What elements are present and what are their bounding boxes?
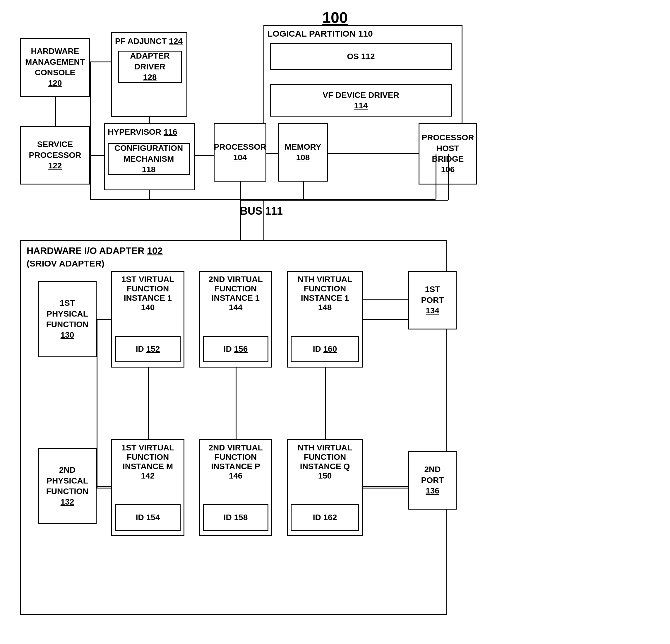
service-processor-label: SERVICEPROCESSOR [29, 139, 81, 160]
vf-1st-instM-box: 1ST VIRTUALFUNCTIONINSTANCE M142 ID 154 [111, 439, 184, 536]
processor-box: PROCESSOR 104 [214, 123, 266, 182]
adapter-driver-label: ADAPTERDRIVER [130, 51, 170, 72]
vf-nth-id160-label: ID 160 [313, 344, 337, 354]
service-processor-ref: 122 [48, 160, 62, 171]
vf-1st-id154-box: ID 154 [115, 504, 180, 531]
vf2-col-connector [236, 368, 237, 439]
hypervisor-box: HYPERVISOR 116 CONFIGURATIONMECHANISM 11… [104, 123, 195, 190]
phys-func-2-label: 2NDPHYSICALFUNCTION [46, 465, 89, 497]
config-mechanism-label: CONFIGURATIONMECHANISM [115, 143, 183, 164]
phys-func-2-ref: 132 [61, 497, 74, 507]
vf-nth-instQ-label: NTH VIRTUALFUNCTIONINSTANCE Q150 [291, 443, 359, 481]
line-hyp-proc-h [195, 155, 214, 156]
phys-func-1-label: 1STPHYSICALFUNCTION [46, 298, 89, 330]
port-1st-ref: 134 [426, 305, 439, 316]
vf-2nd-id156-label: ID 156 [224, 344, 248, 354]
port-2nd-label: 2NDPORT [421, 464, 444, 486]
os-box: OS 112 [270, 43, 452, 70]
vf-device-driver-ref: 114 [354, 101, 368, 111]
vf-2nd-instP-box: 2ND VIRTUALFUNCTIONINSTANCE P146 ID 158 [199, 439, 272, 536]
connector-pf-hyp [149, 117, 150, 123]
hw-io-adapter-sublabel: (SRIOV ADAPTER) [27, 259, 105, 268]
vf-2nd-id158-label: ID 158 [224, 512, 248, 523]
hw-management-label: HARDWAREMANAGEMENTCONSOLE [25, 46, 85, 78]
vf1-col-connector [148, 368, 149, 439]
hw-management-ref: 120 [48, 78, 62, 89]
vf-nth-id162-label: ID 162 [313, 512, 337, 523]
vfn-col-connector [325, 368, 326, 439]
connector-nth-port1 [363, 319, 408, 320]
vf-nth-instQ-box: NTH VIRTUALFUNCTIONINSTANCE Q150 ID 162 [287, 439, 363, 536]
vf-1st-inst1-box: 1ST VIRTUALFUNCTIONINSTANCE 1140 ID 152 [111, 271, 184, 368]
connector-hmc-right [90, 62, 111, 62]
vf-2nd-id158-box: ID 158 [203, 504, 268, 531]
vf-2nd-id156-box: ID 156 [203, 336, 268, 362]
vf-device-driver-label: VF DEVICE DRIVER [323, 90, 399, 101]
config-mechanism-ref: 118 [142, 164, 156, 175]
vf-2nd-instP-label: 2ND VIRTUALFUNCTIONINSTANCE P146 [203, 443, 268, 481]
connector-bus-hw2 [264, 200, 264, 241]
bus-label: BUS 111 [240, 205, 283, 217]
memory-box: MEMORY 108 [278, 123, 328, 182]
connector-mem-bus [303, 182, 304, 200]
bus-line-proc-phb [240, 200, 448, 201]
connector-pf2-vfM [97, 486, 111, 487]
pf-adjunct-label: PF ADJUNCT 124 [115, 36, 183, 47]
vf-1st-id152-label: ID 152 [136, 344, 160, 354]
vf-nth-inst1-box: NTH VIRTUALFUNCTIONINSTANCE 1148 ID 160 [287, 271, 363, 368]
vf-1st-id154-label: ID 154 [136, 512, 160, 523]
connector-hmc-to-pf [90, 62, 91, 155]
vf-device-driver-box: VF DEVICE DRIVER 114 [270, 84, 452, 117]
os-label: OS 112 [347, 51, 375, 62]
processor-ref: 104 [233, 152, 247, 163]
connector-sp-hyp-h [90, 155, 104, 156]
port-2nd-ref: 136 [426, 486, 439, 496]
adapter-driver-ref: 128 [143, 72, 157, 82]
vf-2nd-inst1-label: 2ND VIRTUALFUNCTIONINSTANCE 1144 [203, 275, 268, 312]
hypervisor-label: HYPERVISOR 116 [108, 127, 177, 137]
connector-sp-bus-v [90, 184, 91, 200]
phys-func-2-box: 2NDPHYSICALFUNCTION 132 [38, 448, 97, 524]
hw-io-adapter-label: HARDWARE I/O ADAPTER 102 [27, 246, 163, 256]
phys-func-1-ref: 130 [61, 330, 74, 340]
logical-partition-label: LOGICAL PARTITION 110 [267, 29, 373, 39]
connector-pf1-vfM [97, 488, 111, 488]
vf-1st-inst1-label: 1ST VIRTUALFUNCTIONINSTANCE 1140 [115, 275, 180, 312]
service-processor-box: SERVICEPROCESSOR 122 [20, 126, 90, 184]
connector-hmc-sp [55, 97, 56, 126]
pf-adjunct-box: PF ADJUNCT 124 ADAPTERDRIVER 128 [111, 32, 187, 117]
hw-management-console-box: HARDWAREMANAGEMENTCONSOLE 120 [20, 38, 90, 97]
connector-vf-port1 [363, 299, 408, 300]
connector-pf1-vfM-v [97, 319, 97, 488]
port-2nd-box: 2NDPORT 136 [408, 451, 457, 510]
line-phb-bus [436, 184, 437, 199]
connector-bus-hw [240, 200, 241, 241]
connector-phb-bus [448, 184, 449, 200]
diagram: 100 HARDWAREMANAGEMENTCONSOLE 120 PF ADJ… [0, 0, 670, 644]
vf-1st-instM-label: 1ST VIRTUALFUNCTIONINSTANCE M142 [115, 443, 180, 481]
vf-nth-id162-box: ID 162 [291, 504, 359, 531]
memory-ref: 108 [296, 152, 310, 163]
connector-pf1-vf1 [97, 319, 111, 320]
line-lp-phb [436, 154, 437, 184]
adapter-driver-box: ADAPTERDRIVER 128 [118, 51, 182, 83]
vf-nth-inst1-label: NTH VIRTUALFUNCTIONINSTANCE 1148 [291, 275, 359, 312]
processor-label: PROCESSOR [214, 142, 266, 152]
port-1st-box: 1STPORT 134 [408, 271, 457, 329]
port-1st-label: 1STPORT [421, 284, 444, 305]
diagram-title: 100 [322, 9, 348, 26]
connector-vf-port2 [363, 486, 408, 487]
vf-1st-id152-box: ID 152 [115, 336, 180, 362]
connector-proc-bus [240, 182, 241, 200]
vf-2nd-inst1-box: 2ND VIRTUALFUNCTIONINSTANCE 1144 ID 156 [199, 271, 272, 368]
vf-nth-id160-box: ID 160 [291, 336, 359, 362]
phys-func-1-box: 1STPHYSICALFUNCTION 130 [38, 281, 97, 357]
line-hyp-bus [149, 190, 150, 199]
memory-label: MEMORY [285, 142, 321, 152]
config-mechanism-box: CONFIGURATIONMECHANISM 118 [108, 143, 190, 175]
connector-nth-port2 [363, 488, 408, 488]
